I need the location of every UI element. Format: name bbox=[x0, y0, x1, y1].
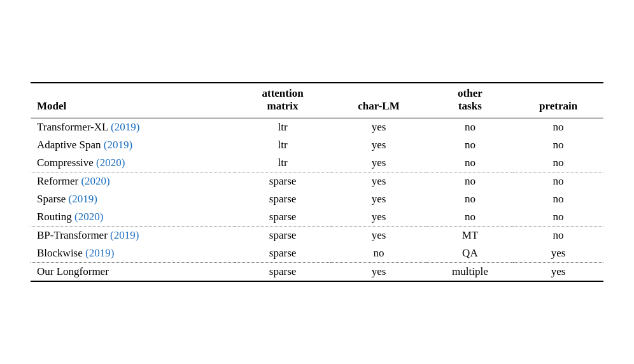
year-label: (2020) bbox=[96, 157, 125, 169]
cell-other: no bbox=[427, 118, 514, 137]
header-attention-label: attention bbox=[262, 87, 303, 99]
cell-other: no bbox=[427, 136, 514, 154]
header-other-label2: tasks bbox=[458, 100, 482, 112]
cell-attention: sparse bbox=[235, 263, 331, 282]
cell-charlm: yes bbox=[330, 227, 426, 245]
header-attention-label2: matrix bbox=[267, 100, 299, 112]
cell-charlm: no bbox=[330, 244, 426, 263]
col-header-pretrain: pretrain bbox=[513, 83, 603, 118]
cell-model: Reformer (2020) bbox=[31, 172, 235, 191]
cell-attention: sparse bbox=[235, 244, 331, 263]
cell-pretrain: no bbox=[513, 154, 603, 172]
header-other-label: other bbox=[458, 87, 483, 99]
cell-pretrain: no bbox=[513, 118, 603, 137]
cell-pretrain: no bbox=[513, 190, 603, 208]
col-header-other: other tasks bbox=[427, 83, 514, 118]
cell-attention: ltr bbox=[235, 136, 331, 154]
year-label: (2019) bbox=[111, 121, 139, 133]
table-row: Reformer (2020)sparseyesnono bbox=[31, 172, 603, 191]
cell-other: no bbox=[427, 190, 514, 208]
year-label: (2020) bbox=[81, 175, 109, 187]
cell-model: Blockwise (2019) bbox=[31, 244, 235, 263]
cell-other: no bbox=[427, 172, 514, 191]
cell-attention: sparse bbox=[235, 190, 331, 208]
table-row: Blockwise (2019)sparsenoQAyes bbox=[31, 244, 603, 263]
cell-attention: ltr bbox=[235, 118, 331, 137]
cell-pretrain: no bbox=[513, 227, 603, 245]
table-row: Adaptive Span (2019)ltryesnono bbox=[31, 136, 603, 154]
table-row: Compressive (2020)ltryesnono bbox=[31, 154, 603, 172]
cell-model: Sparse (2019) bbox=[31, 190, 235, 208]
header-model-label: Model bbox=[37, 100, 66, 112]
year-label: (2019) bbox=[69, 193, 97, 205]
table-row: Transformer-XL (2019)ltryesnono bbox=[31, 118, 603, 137]
cell-model: Our Longformer bbox=[31, 263, 235, 282]
cell-model: BP-Transformer (2019) bbox=[31, 227, 235, 245]
year-label: (2019) bbox=[104, 139, 132, 151]
table-header-row: Model attention matrix char-LM other tas… bbox=[31, 83, 603, 118]
table-row: Routing (2020)sparseyesnono bbox=[31, 208, 603, 227]
cell-attention: sparse bbox=[235, 208, 331, 227]
cell-model: Transformer-XL (2019) bbox=[31, 118, 235, 137]
cell-other: MT bbox=[427, 227, 514, 245]
cell-pretrain: no bbox=[513, 136, 603, 154]
cell-charlm: yes bbox=[330, 136, 426, 154]
cell-charlm: yes bbox=[330, 118, 426, 137]
year-label: (2020) bbox=[74, 211, 103, 223]
year-label: (2019) bbox=[110, 229, 139, 241]
header-pretrain-label: pretrain bbox=[539, 100, 577, 112]
year-label: (2019) bbox=[85, 247, 114, 259]
header-charlm-label: char-LM bbox=[358, 100, 399, 112]
cell-pretrain: yes bbox=[513, 263, 603, 282]
cell-charlm: yes bbox=[330, 208, 426, 227]
cell-model: Routing (2020) bbox=[31, 208, 235, 227]
cell-charlm: yes bbox=[330, 172, 426, 191]
table-row: Sparse (2019)sparseyesnono bbox=[31, 190, 603, 208]
cell-other: QA bbox=[427, 244, 514, 263]
cell-attention: sparse bbox=[235, 227, 331, 245]
col-header-attention: attention matrix bbox=[235, 83, 331, 118]
cell-pretrain: yes bbox=[513, 244, 603, 263]
cell-pretrain: no bbox=[513, 208, 603, 227]
table-row: Our Longformersparseyesmultipleyes bbox=[31, 263, 603, 282]
col-header-model: Model bbox=[31, 83, 235, 118]
cell-attention: ltr bbox=[235, 154, 331, 172]
cell-charlm: yes bbox=[330, 190, 426, 208]
cell-other: multiple bbox=[427, 263, 514, 282]
cell-model: Adaptive Span (2019) bbox=[31, 136, 235, 154]
cell-model: Compressive (2020) bbox=[31, 154, 235, 172]
cell-pretrain: no bbox=[513, 172, 603, 191]
cell-attention: sparse bbox=[235, 172, 331, 191]
cell-charlm: yes bbox=[330, 263, 426, 282]
col-header-charlm: char-LM bbox=[330, 83, 426, 118]
cell-other: no bbox=[427, 208, 514, 227]
table-body: Transformer-XL (2019)ltryesnonoAdaptive … bbox=[31, 118, 603, 282]
cell-charlm: yes bbox=[330, 154, 426, 172]
table-row: BP-Transformer (2019)sparseyesMTno bbox=[31, 227, 603, 245]
table-container: Model attention matrix char-LM other tas… bbox=[31, 82, 603, 282]
cell-other: no bbox=[427, 154, 514, 172]
comparison-table: Model attention matrix char-LM other tas… bbox=[31, 82, 603, 282]
